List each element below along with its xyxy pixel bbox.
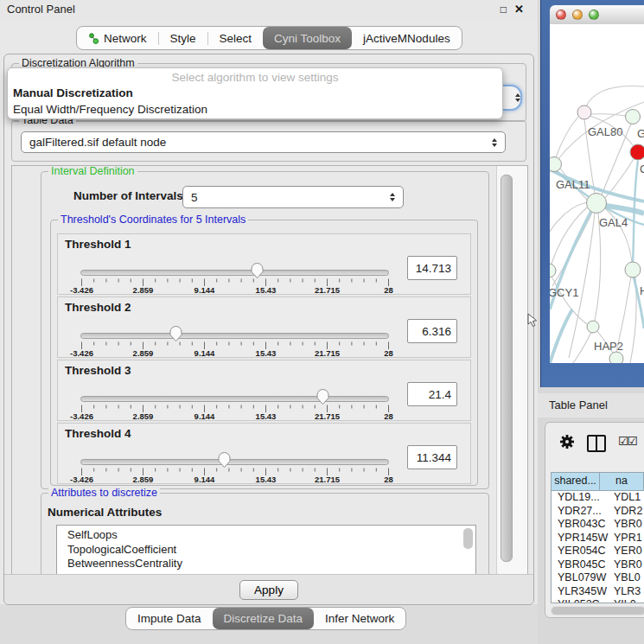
cell-shared-name[interactable]: YDL19... — [552, 491, 609, 505]
network-edge[interactable] — [586, 86, 644, 106]
slider-track[interactable] — [80, 333, 389, 339]
network-edge[interactable] — [595, 214, 601, 321]
algorithm-combobox-fragment[interactable] — [503, 85, 522, 111]
column-header-na[interactable]: na — [600, 473, 644, 490]
table-row[interactable]: YPR145WYPR1 — [552, 532, 644, 545]
threshold-slider[interactable]: -3.4262.8599.14415.4321.71528 — [80, 386, 390, 419]
network-edge[interactable] — [630, 277, 636, 363]
threshold-value-field[interactable]: 6.316 — [407, 319, 457, 343]
network-edge-highlighted[interactable] — [550, 309, 572, 363]
network-node-gal4[interactable] — [587, 194, 607, 214]
attribute-item[interactable]: TopologicalCoefficient — [67, 543, 475, 558]
cell-shared-name[interactable]: YBR043C — [552, 518, 609, 532]
cell-name[interactable]: YDR2 — [609, 505, 642, 519]
tab-discretize-data[interactable]: Discretize Data — [213, 608, 315, 629]
table-data-select[interactable]: galFiltered.sif default node — [21, 131, 506, 153]
network-node-gal80[interactable] — [577, 105, 591, 119]
table-row[interactable]: YDR27...YDR2 — [552, 505, 644, 519]
split-table-icon[interactable] — [587, 435, 606, 452]
threshold-slider[interactable]: -3.4262.8599.14415.4321.71528 — [80, 323, 390, 356]
float-window-icon[interactable]: □ — [501, 0, 507, 19]
horizontal-scrollbar[interactable] — [551, 606, 644, 615]
checkbox-filter-icons[interactable]: ☑☑ — [618, 434, 636, 448]
algorithm-placeholder-option[interactable]: Select algorithm to view settings — [8, 68, 502, 86]
scrollbar-thumb[interactable] — [552, 607, 644, 615]
slider-track[interactable] — [80, 396, 389, 402]
cell-name[interactable]: YBL0 — [609, 571, 641, 585]
tab-cyni-toolbox[interactable]: Cyni Toolbox — [263, 27, 352, 49]
apply-button[interactable]: Apply — [239, 580, 298, 600]
scrollbar-thumb[interactable] — [501, 175, 513, 562]
cell-shared-name[interactable]: YBR045C — [552, 558, 609, 572]
number-of-intervals-select[interactable]: 5 — [182, 186, 404, 208]
minimize-traffic-light[interactable] — [572, 10, 583, 20]
cell-name[interactable]: YPR1 — [609, 532, 642, 545]
tab-infer-network[interactable]: Infer Network — [314, 608, 405, 629]
network-node-hap2[interactable] — [587, 321, 599, 333]
tab-impute-data[interactable]: Impute Data — [126, 608, 213, 629]
table-row[interactable]: YBL079WYBL0 — [552, 571, 644, 585]
zoom-traffic-light[interactable] — [589, 10, 599, 20]
list-scrollbar[interactable] — [463, 528, 473, 549]
network-node-h[interactable] — [625, 262, 641, 277]
column-header-shared[interactable]: shared... — [552, 473, 600, 490]
close-traffic-light[interactable] — [556, 10, 566, 20]
cell-shared-name[interactable]: YPR145W — [552, 532, 609, 545]
slider-thumb[interactable] — [169, 325, 183, 343]
cell-shared-name[interactable]: YBL079W — [552, 571, 609, 585]
network-view-canvas[interactable]: GAL80GALCGAL11GAL4GCY1HHAP2 — [550, 24, 644, 363]
threshold-value-field[interactable]: 21.4 — [407, 382, 457, 406]
network-edge[interactable] — [573, 332, 591, 363]
cell-name[interactable]: YIL0 — [609, 598, 636, 603]
tab-label: Select — [220, 32, 252, 45]
network-edge[interactable] — [591, 114, 626, 116]
numerical-attributes-list[interactable]: SelfLoopsTopologicalCoefficientBetweenne… — [56, 525, 476, 575]
slider-track[interactable] — [80, 270, 389, 276]
cell-name[interactable]: YBR0 — [609, 518, 642, 532]
table-row[interactable]: YER054CYER0 — [552, 545, 644, 558]
cell-name[interactable]: YDL1 — [609, 491, 641, 505]
network-node-gcy1[interactable] — [550, 264, 556, 277]
attribute-item[interactable]: SelfLoops — [67, 528, 475, 543]
table-row[interactable]: YLR345WYLR3 — [552, 585, 644, 599]
table-row[interactable]: YBR043CYBR0 — [552, 518, 644, 532]
cell-name[interactable]: YLR3 — [609, 585, 641, 599]
tick-label: 28 — [384, 475, 393, 484]
threshold-slider[interactable]: -3.4262.8599.14415.4321.71528 — [80, 260, 390, 293]
network-node-gal[interactable] — [626, 110, 641, 124]
network-node[interactable] — [609, 352, 623, 363]
network-node-gal11[interactable] — [550, 157, 562, 172]
algorithm-option-manual[interactable]: Manual Discretization — [8, 86, 502, 102]
network-graph[interactable]: GAL80GALCGAL11GAL4GCY1HHAP2 — [550, 24, 644, 363]
tab-style[interactable]: Style — [159, 27, 207, 49]
threshold-slider[interactable]: -3.4262.8599.14415.4321.71528 — [80, 450, 390, 482]
cell-shared-name[interactable]: YER054C — [552, 545, 609, 558]
threshold-value-field[interactable]: 11.344 — [407, 445, 457, 469]
slider-thumb[interactable] — [250, 262, 265, 280]
close-icon[interactable]: ✕ — [514, 0, 524, 19]
tick-label: -3.426 — [70, 285, 93, 295]
table-row[interactable]: YBR045CYBR0 — [552, 558, 644, 572]
gear-icon[interactable] — [559, 434, 575, 450]
cell-shared-name[interactable]: YLR345W — [552, 585, 609, 599]
table-row[interactable]: YIL052CYIL0 — [552, 598, 644, 603]
attribute-item[interactable]: BetweennessCentrality — [67, 557, 475, 571]
slider-track[interactable] — [80, 459, 389, 465]
tab-network[interactable]: Network — [77, 27, 158, 49]
cell-shared-name[interactable]: YDR27... — [552, 505, 609, 519]
tab-jactivemnodules[interactable]: jActiveMNodules — [352, 27, 462, 49]
slider-thumb[interactable] — [316, 388, 330, 406]
network-node-c[interactable] — [630, 144, 644, 160]
table-row[interactable]: YDL19...YDL1 — [552, 491, 644, 505]
slider-thumb[interactable] — [217, 451, 232, 469]
tab-label: Discretize Data — [224, 612, 303, 625]
cell-name[interactable]: YBR0 — [609, 558, 642, 572]
node-table[interactable]: shared...na YDL19...YDL1YDR27...YDR2YBR0… — [551, 472, 644, 603]
cell-shared-name[interactable]: YIL052C — [552, 598, 609, 603]
vertical-scrollbar[interactable] — [496, 166, 528, 574]
algorithm-option-equal-width[interactable]: Equal Width/Frequency Discretization — [8, 102, 502, 118]
cell-name[interactable]: YER0 — [609, 545, 642, 558]
tab-select[interactable]: Select — [208, 27, 264, 49]
network-edge[interactable] — [556, 117, 578, 157]
threshold-value-field[interactable]: 14.713 — [407, 256, 457, 280]
